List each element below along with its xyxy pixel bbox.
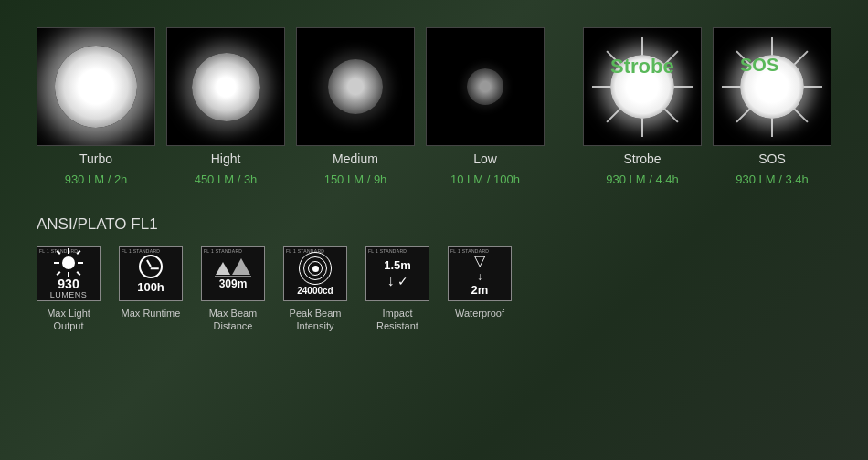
- peak-label: Peak BeamIntensity: [290, 307, 342, 333]
- impact-check-icon: ✓: [397, 274, 408, 288]
- clock-hand-minute: [151, 267, 159, 269]
- runtime-value: 100h: [137, 281, 164, 293]
- water-drop-icon: ▽: [474, 252, 485, 269]
- sun-ray-right: [78, 262, 83, 264]
- mode-low-image: [426, 27, 545, 146]
- sun-ray-bl: [57, 271, 61, 276]
- concentric-2: [303, 256, 327, 280]
- concentric-3: [308, 261, 323, 276]
- mode-turbo: Turbo 930 LM / 2h: [37, 27, 155, 188]
- icon-box-inner-runtime: 100h: [120, 247, 182, 300]
- mode-medium-stats: 150 LM / 9h: [324, 172, 387, 188]
- icon-box-inner-impact: 1.5m ↓ ✓: [366, 247, 429, 300]
- icon-box-max-beam: FL 1 STANDARD 309m: [201, 246, 265, 301]
- sun-circle: [62, 256, 75, 269]
- mode-strobe-name: Strobe: [623, 152, 661, 166]
- concentric-4: [312, 266, 319, 272]
- icon-item-impact: FL 1 STANDARD 1.5m ↓ ✓ ImpactResistant: [365, 246, 429, 333]
- icon-box-inner-light: 930 LUMENS: [37, 247, 100, 300]
- mode-sos: SOS SOS 930 LM / 3.4h: [713, 27, 831, 188]
- beam-ground: [215, 276, 251, 277]
- sun-ray-br: [77, 271, 81, 276]
- sun-ray-left: [54, 262, 59, 264]
- fl1-badge-impact: FL 1 STANDARD: [368, 249, 407, 255]
- icon-box-inner-waterproof: ▽ ↓ 2m: [449, 247, 511, 300]
- waterproof-down-icon: ↓: [477, 270, 482, 283]
- icons-row: FL 1 STANDARD: [37, 246, 831, 333]
- mode-high: Hight 450 LM / 3h: [166, 27, 285, 188]
- mode-strobe: Strobe Strobe 930 LM / 4.4h: [583, 27, 702, 188]
- mode-strobe-stats: 930 LM / 4.4h: [606, 172, 679, 188]
- icon-box-max-light-output: FL 1 STANDARD: [37, 246, 101, 301]
- max-light-unit: LUMENS: [50, 290, 88, 299]
- mode-turbo-name: Turbo: [79, 152, 112, 166]
- impact-indicators: ↓ ✓: [387, 273, 408, 289]
- ansi-title: ANSI/PLATO FL1: [37, 215, 831, 234]
- sun-icon: [54, 248, 83, 277]
- icon-item-max-light-output: FL 1 STANDARD: [37, 246, 101, 333]
- mode-turbo-image: [37, 27, 155, 146]
- waterproof-visual: ▽ ↓: [474, 252, 485, 283]
- impact-label: ImpactResistant: [376, 307, 418, 333]
- mode-medium-name: Medium: [333, 152, 378, 166]
- icon-box-impact: FL 1 STANDARD 1.5m ↓ ✓: [365, 246, 429, 301]
- peak-value: 24000cd: [297, 287, 333, 296]
- beam-value: 309m: [219, 278, 248, 289]
- high-glow: [192, 53, 260, 121]
- beam-label: Max BeamDistance: [209, 307, 258, 333]
- sun-ray-top: [68, 248, 69, 254]
- sos-ball: SOS: [740, 55, 804, 119]
- mode-high-name: Hight: [211, 152, 241, 166]
- icon-box-inner-peak: 24000cd: [284, 247, 346, 300]
- waterproof-label: Waterproof: [455, 307, 504, 319]
- modes-row: Turbo 930 LM / 2h Hight 450 LM / 3h Medi…: [37, 27, 831, 188]
- icon-box-waterproof: FL 1 STANDARD ▽ ↓ 2m: [448, 246, 512, 301]
- fl1-badge-runtime: FL 1 STANDARD: [122, 249, 160, 255]
- clock-icon: [139, 255, 163, 278]
- main-container: Turbo 930 LM / 2h Hight 450 LM / 3h Medi…: [0, 0, 868, 351]
- icon-item-max-runtime: FL 1 STANDARD 100h Max Runtime: [119, 246, 183, 319]
- ansi-section: ANSI/PLATO FL1 FL 1 STANDARD: [37, 215, 831, 333]
- mode-low: Low 10 LM / 100h: [426, 27, 545, 188]
- runtime-label: Max Runtime: [122, 307, 181, 319]
- icon-item-max-beam-distance: FL 1 STANDARD 309m Max BeamDistance: [201, 246, 265, 333]
- icon-box-max-runtime: FL 1 STANDARD 100h: [119, 246, 183, 301]
- mode-sos-image: SOS: [713, 27, 831, 146]
- mountain-1: [216, 262, 230, 275]
- mode-low-stats: 10 LM / 100h: [450, 172, 520, 188]
- mode-high-image: [166, 27, 285, 146]
- strobe-overlay-label: Strobe: [610, 55, 674, 78]
- impact-arrow-icon: ↓: [387, 273, 395, 289]
- mode-medium: Medium 150 LM / 9h: [296, 27, 415, 188]
- mode-high-stats: 450 LM / 3h: [195, 172, 258, 188]
- mode-turbo-stats: 930 LM / 2h: [65, 172, 128, 188]
- icon-box-inner-beam: 309m: [202, 247, 264, 300]
- sos-star: SOS: [731, 46, 813, 128]
- mode-medium-image: [296, 27, 415, 146]
- icon-box-peak-beam: FL 1 STANDARD 24000cd: [283, 246, 347, 301]
- max-light-label: Max LightOutput: [47, 307, 90, 333]
- strobe-star: Strobe: [601, 46, 683, 128]
- clock-hand-hour: [146, 260, 151, 267]
- fl1-badge-beam: FL 1 STANDARD: [204, 249, 242, 255]
- impact-height-value: 1.5m: [384, 259, 411, 271]
- mode-strobe-image: Strobe: [583, 27, 702, 146]
- max-light-value: 930: [58, 277, 79, 290]
- mode-sos-stats: 930 LM / 3.4h: [736, 172, 809, 188]
- turbo-glow: [55, 46, 137, 128]
- sun-ray-bottom: [68, 272, 69, 277]
- low-glow: [467, 68, 503, 105]
- mode-sos-name: SOS: [758, 152, 786, 166]
- concentric-icon: [299, 252, 332, 285]
- mode-low-name: Low: [473, 152, 497, 166]
- waterproof-value: 2m: [471, 284, 489, 296]
- sos-overlay-label: SOS: [740, 55, 778, 76]
- medium-glow: [328, 59, 383, 114]
- fl1-badge-waterproof: FL 1 STANDARD: [450, 249, 489, 255]
- icon-item-peak-beam: FL 1 STANDARD 24000cd Peak BeamIntensity: [283, 246, 347, 333]
- mountain-2: [232, 258, 250, 275]
- sun-ray-tl: [57, 250, 61, 255]
- sun-ray-tr: [77, 250, 81, 255]
- icon-item-waterproof: FL 1 STANDARD ▽ ↓ 2m Waterproof: [448, 246, 512, 319]
- strobe-ball: Strobe: [610, 55, 674, 119]
